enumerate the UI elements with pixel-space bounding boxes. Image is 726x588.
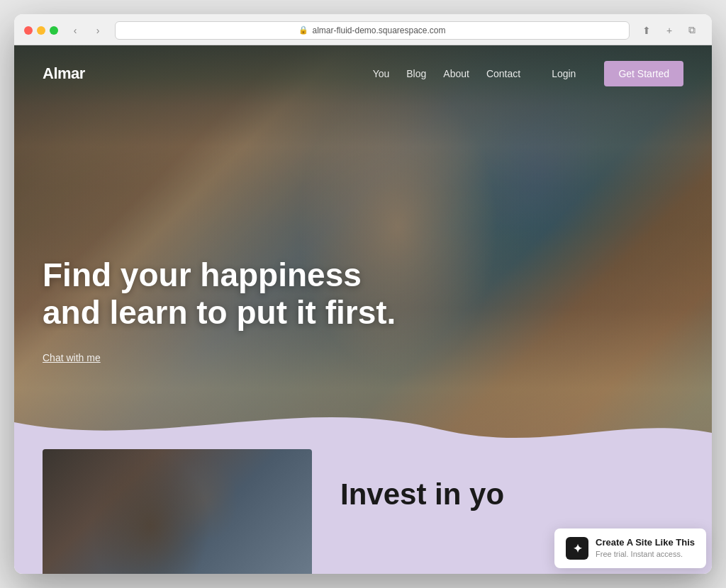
chat-with-me-link[interactable]: Chat with me (43, 352, 101, 363)
below-fold-headline: Invest in yo (340, 477, 683, 511)
browser-chrome: ‹ › 🔒 almar-fluid-demo.squarespace.com ⬆… (14, 14, 712, 45)
get-started-button[interactable]: Get Started (604, 61, 683, 86)
nav-link-contact[interactable]: Contact (486, 68, 520, 79)
site-logo[interactable]: Almar (43, 64, 85, 83)
hero-wave (14, 394, 712, 449)
share-button[interactable]: ⬆ (637, 22, 657, 39)
badge-subtitle: Free trial. Instant access. (596, 549, 695, 559)
forward-button[interactable]: › (88, 22, 108, 39)
hero-section: Almar You Blog About Contact Login Get S… (14, 45, 712, 449)
forward-icon: › (96, 25, 100, 36)
browser-window: ‹ › 🔒 almar-fluid-demo.squarespace.com ⬆… (14, 14, 712, 574)
hero-headline-line1: Find your happiness (43, 256, 362, 293)
browser-navigation: ‹ › (65, 22, 108, 39)
nav-links: You Blog About Contact Login Get Started (373, 61, 683, 86)
close-button[interactable] (24, 26, 33, 35)
maximize-button[interactable] (50, 26, 58, 35)
new-tab-button[interactable]: + (659, 22, 679, 39)
traffic-lights (24, 26, 58, 35)
nav-link-blog[interactable]: Blog (406, 68, 426, 79)
minimize-button[interactable] (37, 26, 45, 35)
hero-headline: Find your happiness and learn to put it … (43, 256, 396, 332)
lock-icon: 🔒 (298, 26, 308, 35)
nav-link-about[interactable]: About (443, 68, 469, 79)
below-fold-image (43, 449, 312, 574)
squarespace-icon: ✦ (566, 537, 588, 560)
navigation: Almar You Blog About Contact Login Get S… (14, 45, 712, 102)
nav-link-you[interactable]: You (373, 68, 390, 79)
squarespace-icon-symbol: ✦ (573, 542, 582, 555)
hero-headline-line2: and learn to put it first. (43, 294, 396, 331)
website-content: Almar You Blog About Contact Login Get S… (14, 45, 712, 574)
address-bar[interactable]: 🔒 almar-fluid-demo.squarespace.com (115, 21, 630, 40)
url-text: almar-fluid-demo.squarespace.com (312, 26, 445, 35)
nav-login[interactable]: Login (552, 68, 576, 79)
below-fold-text: Invest in yo (340, 449, 683, 511)
badge-title: Create A Site Like This (596, 537, 695, 549)
badge-text: Create A Site Like This Free trial. Inst… (596, 537, 695, 559)
back-button[interactable]: ‹ (65, 22, 85, 39)
below-fold-image-inner (43, 449, 312, 574)
hero-content: Find your happiness and learn to put it … (43, 256, 396, 364)
back-icon: ‹ (74, 25, 77, 36)
tabs-button[interactable]: ⧉ (682, 22, 702, 39)
hero-image-simulation (14, 45, 712, 449)
squarespace-badge[interactable]: ✦ Create A Site Like This Free trial. In… (554, 528, 706, 568)
browser-actions: ⬆ + ⧉ (637, 22, 702, 39)
